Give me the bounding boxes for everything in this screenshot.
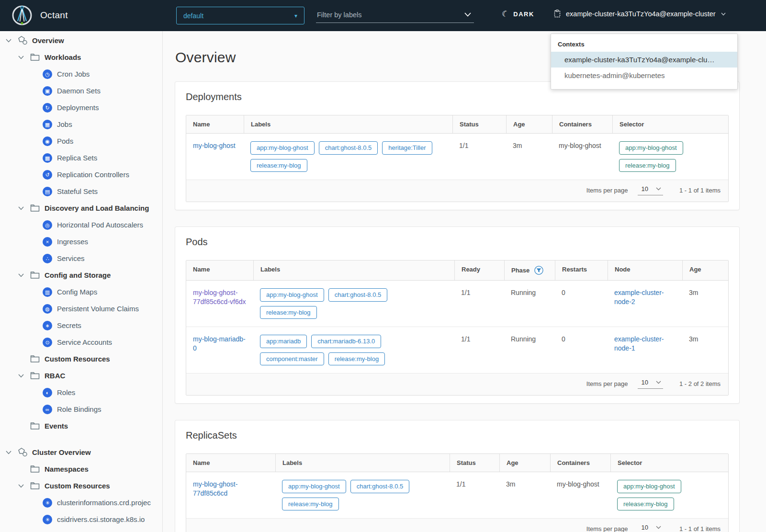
table-footer: Items per page 10 1 - 2 of 2 items <box>186 374 728 395</box>
selector-badge[interactable]: release:my-blog <box>617 498 674 511</box>
label-badge[interactable]: heritage:Tiller <box>382 141 432 155</box>
app-header: Octant default ▾ ☾ DARK example-cluster-… <box>0 0 766 31</box>
replicaset-name-link[interactable]: my-blog-ghost-77df85c6cd <box>193 480 237 497</box>
label-filter-input[interactable] <box>316 11 464 21</box>
sidebar-item-secrets[interactable]: ∗ Secrets <box>0 317 162 334</box>
label-badge[interactable]: component:master <box>260 352 324 366</box>
sidebar-item-role-bindings[interactable]: ∞ Role Bindings <box>0 401 162 418</box>
chevron-down-icon[interactable] <box>16 206 26 210</box>
ready-cell: 1/1 <box>454 327 504 373</box>
sidebar-item-overview[interactable]: Overview <box>0 32 162 49</box>
sidebar-item-persistent-volume-claims[interactable]: ◍ Persistent Volume Claims <box>0 300 162 317</box>
theme-toggle-button[interactable]: ☾ DARK <box>502 10 534 18</box>
sidebar-item-ingresses[interactable]: × Ingresses <box>0 233 162 250</box>
node-link[interactable]: example-cluster-node-1 <box>614 335 664 352</box>
label-badge[interactable]: chart:ghost-8.0.5 <box>319 141 378 155</box>
sidebar-item-replica-sets[interactable]: ▩ Replica Sets <box>0 149 162 166</box>
node-link[interactable]: example-cluster-node-2 <box>614 289 664 306</box>
chevron-down-icon[interactable] <box>16 273 26 277</box>
table-header-row: Name Labels Status Age Containers Select… <box>186 115 728 134</box>
label-badge[interactable]: app:my-blog-ghost <box>250 141 315 155</box>
sidebar-group-cluster-custom-resources[interactable]: Custom Resources <box>0 477 162 494</box>
label-badge[interactable]: app:my-blog-ghost <box>260 288 324 302</box>
chevron-down-icon[interactable] <box>16 484 26 488</box>
sidebar-item-stateful-sets[interactable]: ▤ Stateful Sets <box>0 183 162 200</box>
namespace-select[interactable]: default ▾ <box>176 7 304 24</box>
sidebar-item-clusterinformations-crd[interactable]: ✳ clusterinformations.crd.projec <box>0 494 162 511</box>
sidebar-group-namespaces[interactable]: Namespaces <box>0 461 162 477</box>
applications-icon <box>17 447 28 457</box>
services-icon: ∴ <box>42 254 53 263</box>
sidebar-group-events[interactable]: Events <box>0 418 162 434</box>
age-cell: 3m <box>506 134 552 180</box>
sidebar-item-jobs[interactable]: ▦ Jobs <box>0 116 162 133</box>
status-cell: 1/1 <box>452 134 506 180</box>
context-selector[interactable]: example-cluster-ka3TuTzYo4a@example-clus… <box>553 10 726 18</box>
table-footer: Items per page 10 1 - 1 of 1 items <box>186 180 728 202</box>
app-name: Octant <box>40 10 68 21</box>
cron-jobs-icon: ◷ <box>42 69 53 79</box>
caret-down-icon: ▾ <box>294 12 297 19</box>
replication-controllers-icon: ↺ <box>42 170 53 180</box>
context-option[interactable]: kubernetes-admin@kubernetes <box>551 68 737 83</box>
pod-name-link[interactable]: my-blog-mariadb-0 <box>193 335 246 352</box>
sidebar-item-roles[interactable]: ◐ Roles <box>0 384 162 401</box>
crd-icon: ✳ <box>42 498 53 508</box>
deployment-name-link[interactable]: my-blog-ghost <box>193 142 236 149</box>
selector-badge[interactable]: app:my-blog-ghost <box>619 141 683 155</box>
sidebar-item-deployments[interactable]: ↻ Deployments <box>0 99 162 116</box>
sidebar-item-pods[interactable]: ◉ Pods <box>0 133 162 149</box>
page-size-select[interactable]: 10 <box>638 379 663 389</box>
label-badge[interactable]: release:my-blog <box>250 159 307 172</box>
pods-icon: ◉ <box>42 136 53 146</box>
sidebar-item-services[interactable]: ∴ Services <box>0 250 162 267</box>
service-accounts-icon: ⊙ <box>42 338 53 347</box>
sidebar-item-replication-controllers[interactable]: ↺ Replication Controllers <box>0 166 162 183</box>
octant-logo[interactable]: Octant <box>11 5 68 26</box>
sidebar-item-horizontal-pod-autoscalers[interactable]: ◎ Horizontal Pod Autoscalers <box>0 216 162 233</box>
ingresses-icon: × <box>42 237 53 247</box>
pod-name-link[interactable]: my-blog-ghost-77df85c6cd-vf6dx <box>193 289 246 306</box>
sidebar-section-gap <box>0 434 162 444</box>
sidebar-item-cron-jobs[interactable]: ◷ Cron Jobs <box>0 66 162 82</box>
chevron-down-icon[interactable] <box>4 451 13 454</box>
sidebar-group-rbac[interactable]: RBAC <box>0 367 162 384</box>
label-badge[interactable]: release:my-blog <box>282 498 339 511</box>
pagination-range: 1 - 1 of 1 items <box>679 525 721 532</box>
label-badge[interactable]: app:mariadb <box>260 335 307 348</box>
column-header-containers: Containers <box>550 454 610 472</box>
page-size-select[interactable]: 10 <box>638 524 663 532</box>
column-header-restarts: Restarts <box>555 260 608 280</box>
page-size-select[interactable]: 10 <box>638 185 663 195</box>
sidebar-item-config-maps[interactable]: ▥ Config Maps <box>0 283 162 300</box>
sidebar-item-csidrivers-crd[interactable]: ✳ csidrivers.csi.storage.k8s.io <box>0 511 162 528</box>
chevron-down-icon <box>656 381 661 384</box>
sidebar-group-custom-resources[interactable]: Custom Resources <box>0 351 162 367</box>
label-badge[interactable]: chart:mariadb-6.13.0 <box>311 335 381 348</box>
chevron-down-icon[interactable] <box>16 374 26 378</box>
sidebar-group-discovery[interactable]: Discovery and Load Balancing <box>0 200 162 216</box>
role-bindings-icon: ∞ <box>42 405 53 414</box>
label-badge[interactable]: chart:ghost-8.0.5 <box>350 480 410 493</box>
deployments-card: Deployments Name Labels Status Age Conta… <box>175 82 739 210</box>
label-badge[interactable]: release:my-blog <box>260 306 317 319</box>
phase-filter-icon[interactable] <box>534 266 543 275</box>
chevron-down-icon[interactable] <box>4 39 13 43</box>
chevron-down-icon[interactable] <box>464 12 471 17</box>
sidebar-item-daemon-sets[interactable]: ▣ Daemon Sets <box>0 82 162 99</box>
label-badge[interactable]: app:my-blog-ghost <box>282 480 346 493</box>
selector-badge[interactable]: release:my-blog <box>619 159 676 172</box>
sidebar-item-cluster-overview[interactable]: Cluster Overview <box>0 444 162 461</box>
table-row: my-blog-ghost app:my-blog-ghost chart:gh… <box>186 134 728 180</box>
sidebar-group-workloads[interactable]: Workloads <box>0 49 162 66</box>
sidebar-group-config-storage[interactable]: Config and Storage <box>0 267 162 283</box>
label-badge[interactable]: chart:ghost-8.0.5 <box>328 288 388 302</box>
context-option-selected[interactable]: example-cluster-ka3TuTzYo4a@example-clu… <box>551 52 737 68</box>
phase-cell: Running <box>504 281 555 327</box>
contexts-dropdown: Contexts example-cluster-ka3TuTzYo4a@exa… <box>551 34 738 90</box>
chevron-down-icon <box>656 187 661 191</box>
selector-badge[interactable]: app:my-blog-ghost <box>617 480 681 493</box>
label-badge[interactable]: release:my-blog <box>328 352 385 366</box>
chevron-down-icon[interactable] <box>16 56 26 59</box>
sidebar-item-service-accounts[interactable]: ⊙ Service Accounts <box>0 334 162 351</box>
